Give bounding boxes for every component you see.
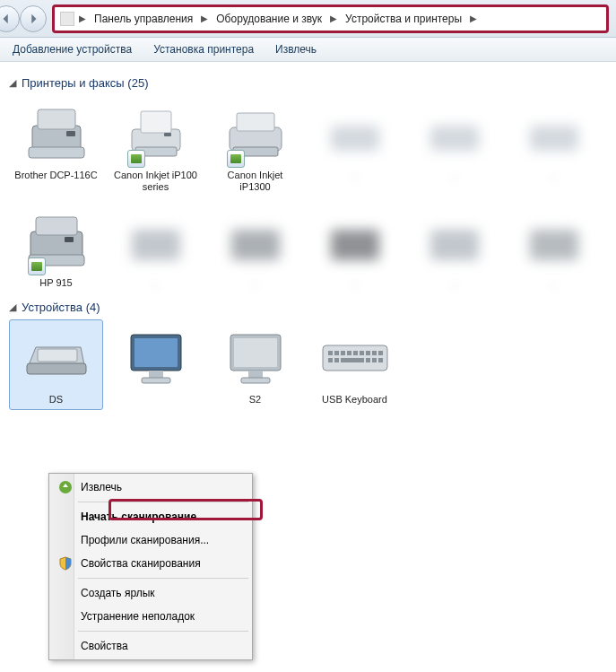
svg-rect-26 bbox=[134, 338, 178, 367]
svg-rect-17 bbox=[65, 237, 74, 242]
photo-badge-icon bbox=[227, 150, 245, 168]
svg-rect-20 bbox=[331, 230, 379, 260]
device-item-monitor[interactable] bbox=[108, 319, 203, 410]
forward-button[interactable] bbox=[20, 5, 47, 32]
scanner-icon bbox=[25, 338, 88, 378]
svg-rect-31 bbox=[248, 371, 263, 378]
printer-item-blurred[interactable]: ... bbox=[407, 95, 501, 197]
svg-rect-9 bbox=[237, 113, 274, 131]
svg-rect-37 bbox=[347, 351, 351, 355]
svg-rect-19 bbox=[231, 230, 280, 260]
cm-scan-profiles[interactable]: Профили сканирования... bbox=[51, 528, 250, 552]
command-toolbar: Добавление устройства Установка принтера… bbox=[0, 38, 616, 62]
printer-item-blurred[interactable]: ... bbox=[407, 203, 501, 293]
printer-item[interactable]: Canon Inkjet iP1300 bbox=[208, 95, 302, 197]
svg-rect-24 bbox=[38, 349, 77, 362]
highlight-annotation bbox=[108, 499, 263, 520]
printer-item-blurred[interactable]: ... bbox=[308, 95, 402, 197]
printer-item-blurred[interactable]: ... bbox=[507, 95, 601, 197]
svg-rect-18 bbox=[132, 230, 180, 260]
svg-rect-38 bbox=[353, 351, 358, 355]
cm-create-shortcut[interactable]: Создать ярлык bbox=[51, 581, 250, 605]
printer-item[interactable]: Brother DCP-116C bbox=[9, 95, 103, 197]
svg-rect-15 bbox=[36, 217, 77, 235]
cm-troubleshoot[interactable]: Устранение неполадок bbox=[51, 605, 250, 628]
device-item-scanner[interactable]: DS bbox=[9, 319, 103, 410]
printer-icon bbox=[25, 106, 88, 161]
photo-badge-icon bbox=[127, 150, 145, 168]
svg-rect-11 bbox=[331, 126, 379, 151]
svg-rect-2 bbox=[29, 147, 84, 158]
section-title: Устройства bbox=[22, 301, 82, 314]
add-device-button[interactable]: Добавление устройства bbox=[13, 43, 132, 56]
device-item-monitor[interactable]: S2 bbox=[208, 319, 302, 410]
printer-item[interactable]: Canon Inkjet iP100 series bbox=[108, 95, 203, 197]
svg-rect-1 bbox=[38, 109, 75, 129]
chevron-right-icon: ▶ bbox=[201, 13, 208, 23]
shield-icon bbox=[57, 555, 74, 572]
breadcrumb[interactable]: ▶ Панель управления ▶ Оборудование и зву… bbox=[52, 4, 609, 33]
svg-rect-46 bbox=[366, 358, 370, 362]
printers-grid: Brother DCP-116C Canon Inkjet iP100 seri… bbox=[9, 95, 607, 293]
cm-eject[interactable]: Извлечь bbox=[51, 476, 250, 499]
breadcrumb-item[interactable]: Устройства и принтеры bbox=[342, 11, 465, 27]
svg-rect-39 bbox=[360, 351, 364, 355]
eject-button[interactable]: Извлечь bbox=[275, 43, 317, 56]
svg-rect-28 bbox=[142, 378, 170, 383]
printer-item-blurred[interactable]: ... bbox=[208, 203, 302, 293]
section-count: (4) bbox=[86, 301, 100, 314]
svg-rect-23 bbox=[27, 363, 86, 374]
cm-scan-properties[interactable]: Свойства сканирования bbox=[51, 552, 250, 575]
svg-rect-5 bbox=[141, 111, 171, 133]
printer-item-blurred[interactable]: ... bbox=[108, 203, 203, 293]
navigation-bar: ▶ Панель управления ▶ Оборудование и зву… bbox=[0, 0, 616, 38]
context-menu: Извлечь Начать сканирование Профили скан… bbox=[48, 473, 253, 660]
breadcrumb-item[interactable]: Панель управления bbox=[91, 11, 196, 27]
svg-rect-42 bbox=[378, 351, 383, 355]
svg-rect-35 bbox=[334, 351, 339, 355]
printer-item[interactable]: HP 915 bbox=[9, 203, 103, 293]
device-item-keyboard[interactable]: USB Keyboard bbox=[308, 319, 402, 410]
photo-badge-icon bbox=[28, 257, 46, 275]
back-button[interactable] bbox=[0, 5, 20, 32]
cm-properties[interactable]: Свойства bbox=[51, 634, 250, 658]
breadcrumb-item[interactable]: Оборудование и звук bbox=[213, 11, 325, 27]
printer-item-blurred[interactable]: ... bbox=[308, 203, 402, 293]
eject-icon bbox=[57, 479, 74, 495]
svg-rect-40 bbox=[366, 351, 370, 355]
svg-rect-7 bbox=[164, 133, 171, 136]
devices-grid: DS S2 bbox=[9, 319, 607, 410]
svg-rect-3 bbox=[66, 131, 75, 136]
monitor-icon bbox=[127, 331, 185, 385]
svg-rect-41 bbox=[372, 351, 377, 355]
chevron-right-icon: ▶ bbox=[79, 13, 86, 23]
svg-rect-30 bbox=[234, 338, 277, 367]
section-count: (25) bbox=[127, 76, 148, 90]
keyboard-icon bbox=[321, 342, 389, 374]
svg-rect-32 bbox=[241, 378, 270, 383]
section-header-devices[interactable]: ◢ Устройства (4) bbox=[9, 301, 607, 314]
collapse-icon: ◢ bbox=[9, 77, 16, 89]
svg-rect-27 bbox=[149, 371, 163, 378]
svg-rect-43 bbox=[328, 358, 333, 362]
svg-rect-21 bbox=[430, 230, 479, 260]
svg-rect-34 bbox=[328, 351, 333, 355]
monitor-icon bbox=[227, 331, 284, 385]
add-printer-button[interactable]: Установка принтера bbox=[153, 43, 254, 56]
control-panel-icon bbox=[60, 12, 74, 26]
svg-rect-47 bbox=[372, 358, 377, 362]
chevron-right-icon: ▶ bbox=[330, 13, 337, 23]
svg-rect-44 bbox=[334, 358, 339, 362]
svg-rect-22 bbox=[530, 230, 578, 260]
section-header-printers[interactable]: ◢ Принтеры и факсы (25) bbox=[9, 76, 607, 90]
svg-rect-12 bbox=[430, 126, 479, 151]
svg-rect-48 bbox=[378, 358, 383, 362]
svg-rect-36 bbox=[341, 351, 345, 355]
svg-rect-13 bbox=[530, 126, 578, 151]
printer-item-blurred[interactable]: ... bbox=[507, 203, 601, 293]
collapse-icon: ◢ bbox=[9, 301, 16, 313]
chevron-right-icon: ▶ bbox=[470, 13, 477, 23]
svg-rect-45 bbox=[341, 358, 364, 362]
section-title: Принтеры и факсы bbox=[22, 76, 125, 90]
